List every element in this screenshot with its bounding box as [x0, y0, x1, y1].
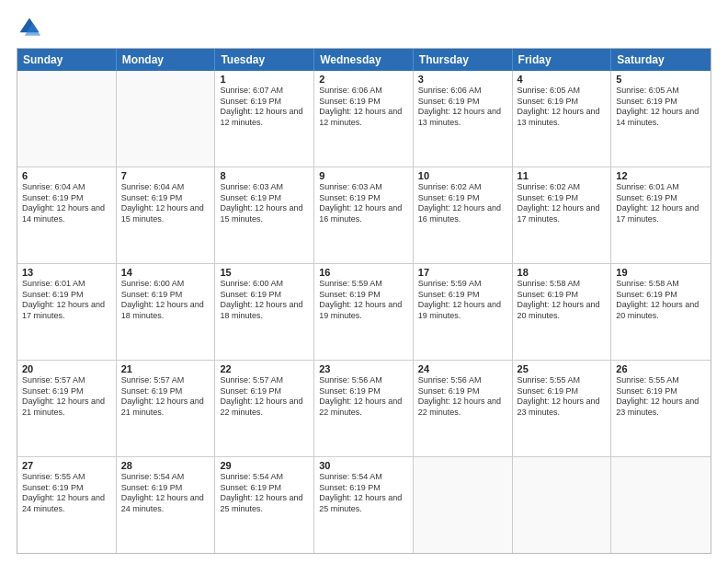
day-23: 23Sunrise: 5:56 AM Sunset: 6:19 PM Dayli… [314, 361, 414, 456]
day-number-28: 28 [121, 460, 210, 471]
day-number-2: 2 [319, 74, 408, 85]
day-7: 7Sunrise: 6:04 AM Sunset: 6:19 PM Daylig… [117, 167, 216, 263]
day-13: 13Sunrise: 6:01 AM Sunset: 6:19 PM Dayli… [17, 264, 117, 360]
day-info-25: Sunrise: 5:55 AM Sunset: 6:19 PM Dayligh… [518, 375, 607, 419]
day-number-18: 18 [518, 267, 607, 278]
day-number-19: 19 [616, 267, 706, 278]
header-day-tuesday: Tuesday [215, 49, 314, 71]
logo-icon [17, 15, 42, 40]
day-number-5: 5 [616, 74, 706, 85]
day-16: 16Sunrise: 5:59 AM Sunset: 6:19 PM Dayli… [314, 264, 414, 360]
empty-cell-w0-1 [117, 71, 216, 167]
day-21: 21Sunrise: 5:57 AM Sunset: 6:19 PM Dayli… [117, 361, 216, 456]
day-info-4: Sunrise: 6:05 AM Sunset: 6:19 PM Dayligh… [518, 86, 607, 129]
week-2: 6Sunrise: 6:04 AM Sunset: 6:19 PM Daylig… [17, 167, 711, 264]
header-day-saturday: Saturday [611, 49, 711, 71]
day-number-11: 11 [518, 170, 607, 181]
day-11: 11Sunrise: 6:02 AM Sunset: 6:19 PM Dayli… [513, 167, 612, 263]
day-info-24: Sunrise: 5:56 AM Sunset: 6:19 PM Dayligh… [418, 375, 507, 419]
day-15: 15Sunrise: 6:00 AM Sunset: 6:19 PM Dayli… [215, 264, 314, 360]
header-day-friday: Friday [513, 49, 612, 71]
week-4: 20Sunrise: 5:57 AM Sunset: 6:19 PM Dayli… [17, 361, 711, 457]
day-info-2: Sunrise: 6:06 AM Sunset: 6:19 PM Dayligh… [319, 86, 408, 129]
day-25: 25Sunrise: 5:55 AM Sunset: 6:19 PM Dayli… [513, 361, 612, 456]
day-30: 30Sunrise: 5:54 AM Sunset: 6:19 PM Dayli… [314, 457, 414, 553]
day-number-29: 29 [220, 460, 309, 471]
day-number-30: 30 [319, 460, 408, 471]
day-info-5: Sunrise: 6:05 AM Sunset: 6:19 PM Dayligh… [616, 86, 706, 129]
day-number-23: 23 [319, 363, 408, 374]
day-info-3: Sunrise: 6:06 AM Sunset: 6:19 PM Dayligh… [418, 86, 507, 129]
day-28: 28Sunrise: 5:54 AM Sunset: 6:19 PM Dayli… [117, 457, 216, 553]
day-number-9: 9 [319, 170, 408, 181]
calendar: SundayMondayTuesdayWednesdayThursdayFrid… [17, 48, 711, 554]
day-20: 20Sunrise: 5:57 AM Sunset: 6:19 PM Dayli… [17, 361, 117, 456]
day-17: 17Sunrise: 5:59 AM Sunset: 6:19 PM Dayli… [414, 264, 513, 360]
day-info-10: Sunrise: 6:02 AM Sunset: 6:19 PM Dayligh… [418, 182, 507, 225]
day-number-27: 27 [22, 460, 111, 471]
day-info-12: Sunrise: 6:01 AM Sunset: 6:19 PM Dayligh… [616, 182, 706, 225]
day-info-8: Sunrise: 6:03 AM Sunset: 6:19 PM Dayligh… [220, 182, 309, 225]
header-day-thursday: Thursday [414, 49, 513, 71]
day-info-13: Sunrise: 6:01 AM Sunset: 6:19 PM Dayligh… [22, 279, 111, 322]
week-1: 1Sunrise: 6:07 AM Sunset: 6:19 PM Daylig… [17, 71, 711, 167]
day-3: 3Sunrise: 6:06 AM Sunset: 6:19 PM Daylig… [414, 71, 513, 167]
header-day-sunday: Sunday [17, 49, 117, 71]
week-5: 27Sunrise: 5:55 AM Sunset: 6:19 PM Dayli… [17, 457, 711, 553]
empty-cell-w0-0 [17, 71, 117, 167]
day-number-7: 7 [121, 170, 210, 181]
day-info-21: Sunrise: 5:57 AM Sunset: 6:19 PM Dayligh… [121, 375, 210, 419]
day-info-22: Sunrise: 5:57 AM Sunset: 6:19 PM Dayligh… [220, 375, 309, 419]
day-info-14: Sunrise: 6:00 AM Sunset: 6:19 PM Dayligh… [121, 279, 210, 322]
day-10: 10Sunrise: 6:02 AM Sunset: 6:19 PM Dayli… [414, 167, 513, 263]
day-26: 26Sunrise: 5:55 AM Sunset: 6:19 PM Dayli… [611, 361, 711, 456]
day-number-21: 21 [121, 363, 210, 374]
day-8: 8Sunrise: 6:03 AM Sunset: 6:19 PM Daylig… [215, 167, 314, 263]
day-info-30: Sunrise: 5:54 AM Sunset: 6:19 PM Dayligh… [319, 472, 408, 515]
day-9: 9Sunrise: 6:03 AM Sunset: 6:19 PM Daylig… [314, 167, 414, 263]
day-info-20: Sunrise: 5:57 AM Sunset: 6:19 PM Dayligh… [22, 375, 111, 419]
day-29: 29Sunrise: 5:54 AM Sunset: 6:19 PM Dayli… [215, 457, 314, 553]
day-27: 27Sunrise: 5:55 AM Sunset: 6:19 PM Dayli… [17, 457, 117, 553]
day-number-26: 26 [616, 363, 706, 374]
page: SundayMondayTuesdayWednesdayThursdayFrid… [0, 0, 728, 563]
day-number-17: 17 [418, 267, 507, 278]
day-number-6: 6 [22, 170, 111, 181]
day-22: 22Sunrise: 5:57 AM Sunset: 6:19 PM Dayli… [215, 361, 314, 456]
week-3: 13Sunrise: 6:01 AM Sunset: 6:19 PM Dayli… [17, 264, 711, 361]
day-number-15: 15 [220, 267, 309, 278]
day-info-26: Sunrise: 5:55 AM Sunset: 6:19 PM Dayligh… [616, 375, 706, 419]
day-6: 6Sunrise: 6:04 AM Sunset: 6:19 PM Daylig… [17, 167, 117, 263]
day-info-15: Sunrise: 6:00 AM Sunset: 6:19 PM Dayligh… [220, 279, 309, 322]
day-number-12: 12 [616, 170, 706, 181]
calendar-header-row: SundayMondayTuesdayWednesdayThursdayFrid… [17, 49, 711, 71]
day-number-24: 24 [418, 363, 507, 374]
day-number-22: 22 [220, 363, 309, 374]
empty-cell-w4-4 [414, 457, 513, 553]
day-14: 14Sunrise: 6:00 AM Sunset: 6:19 PM Dayli… [117, 264, 216, 360]
day-info-28: Sunrise: 5:54 AM Sunset: 6:19 PM Dayligh… [121, 472, 210, 515]
day-info-6: Sunrise: 6:04 AM Sunset: 6:19 PM Dayligh… [22, 182, 111, 225]
day-info-19: Sunrise: 5:58 AM Sunset: 6:19 PM Dayligh… [616, 279, 706, 322]
logo [17, 15, 46, 40]
day-info-27: Sunrise: 5:55 AM Sunset: 6:19 PM Dayligh… [22, 472, 111, 515]
day-info-7: Sunrise: 6:04 AM Sunset: 6:19 PM Dayligh… [121, 182, 210, 225]
day-number-13: 13 [22, 267, 111, 278]
day-number-14: 14 [121, 267, 210, 278]
day-info-23: Sunrise: 5:56 AM Sunset: 6:19 PM Dayligh… [319, 375, 408, 419]
day-12: 12Sunrise: 6:01 AM Sunset: 6:19 PM Dayli… [611, 167, 711, 263]
day-info-1: Sunrise: 6:07 AM Sunset: 6:19 PM Dayligh… [220, 86, 309, 129]
day-number-20: 20 [22, 363, 111, 374]
empty-cell-w4-5 [513, 457, 612, 553]
day-18: 18Sunrise: 5:58 AM Sunset: 6:19 PM Dayli… [513, 264, 612, 360]
day-number-8: 8 [220, 170, 309, 181]
day-info-11: Sunrise: 6:02 AM Sunset: 6:19 PM Dayligh… [518, 182, 607, 225]
day-2: 2Sunrise: 6:06 AM Sunset: 6:19 PM Daylig… [314, 71, 414, 167]
day-number-25: 25 [518, 363, 607, 374]
day-info-18: Sunrise: 5:58 AM Sunset: 6:19 PM Dayligh… [518, 279, 607, 322]
day-info-16: Sunrise: 5:59 AM Sunset: 6:19 PM Dayligh… [319, 279, 408, 322]
header-day-wednesday: Wednesday [314, 49, 414, 71]
empty-cell-w4-6 [611, 457, 711, 553]
day-number-1: 1 [220, 74, 309, 85]
day-19: 19Sunrise: 5:58 AM Sunset: 6:19 PM Dayli… [611, 264, 711, 360]
